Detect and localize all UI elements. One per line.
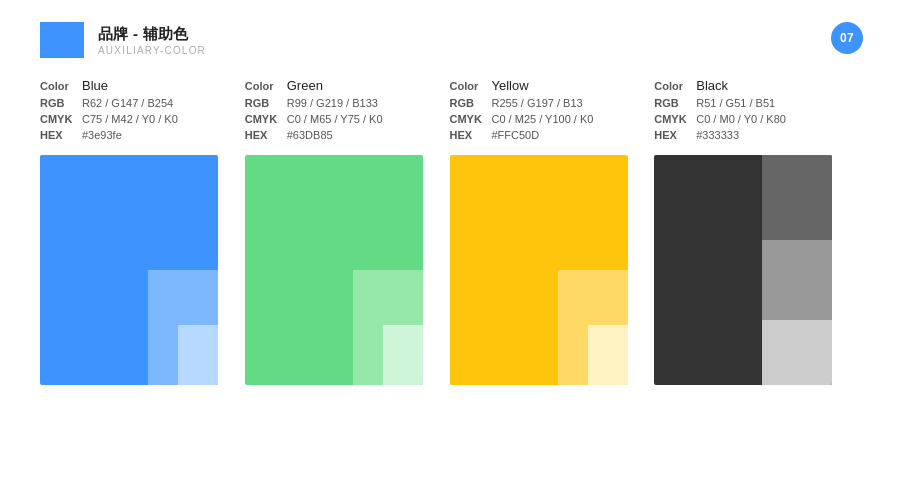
color-column-blue: Color Blue RGB R62 / G147 / B254 CMYK C7…	[40, 78, 245, 385]
swatch-blue-light2	[178, 325, 218, 385]
color-column-black: Color Black RGB R51 / G51 / B51 CMYK C0 …	[654, 78, 859, 385]
color-column-green: Color Green RGB R99 / G219 / B133 CMYK C…	[245, 78, 450, 385]
hex-value-green: #63DB85	[287, 129, 333, 141]
cmyk-label: CMYK	[40, 113, 82, 125]
swatch-green-light2	[383, 325, 423, 385]
color-info-green: Color Green RGB R99 / G219 / B133 CMYK C…	[245, 78, 430, 141]
color-column-yellow: Color Yellow RGB R255 / G197 / B13 CMYK …	[450, 78, 655, 385]
color-name-green: Green	[287, 78, 323, 93]
rgb-label: RGB	[40, 97, 82, 109]
swatch-green	[245, 155, 423, 385]
swatch-yellow-light2	[588, 325, 628, 385]
cmyk-value-green: C0 / M65 / Y75 / K0	[287, 113, 383, 125]
cmyk-value-blue: C75 / M42 / Y0 / K0	[82, 113, 178, 125]
color-info-yellow: Color Yellow RGB R255 / G197 / B13 CMYK …	[450, 78, 635, 141]
rgb-label: RGB	[654, 97, 696, 109]
hex-label: HEX	[40, 129, 82, 141]
header: 品牌 - 辅助色 AUXILIARY-COLOR	[0, 0, 899, 58]
swatch-black	[654, 155, 832, 385]
color-name-yellow: Yellow	[492, 78, 529, 93]
cmyk-label: CMYK	[245, 113, 287, 125]
hex-value-yellow: #FFC50D	[492, 129, 540, 141]
cmyk-label: CMYK	[450, 113, 492, 125]
header-text: 品牌 - 辅助色 AUXILIARY-COLOR	[98, 25, 206, 56]
color-info-blue: Color Blue RGB R62 / G147 / B254 CMYK C7…	[40, 78, 225, 141]
brand-logo	[40, 22, 84, 58]
rgb-value-green: R99 / G219 / B133	[287, 97, 378, 109]
color-label: Color	[245, 80, 287, 92]
swatch-blue	[40, 155, 218, 385]
brand-subtitle: AUXILIARY-COLOR	[98, 45, 206, 56]
rgb-value-yellow: R255 / G197 / B13	[492, 97, 583, 109]
color-name-black: Black	[696, 78, 728, 93]
hex-label: HEX	[245, 129, 287, 141]
color-name-blue: Blue	[82, 78, 108, 93]
rgb-value-blue: R62 / G147 / B254	[82, 97, 173, 109]
brand-title: 品牌 - 辅助色	[98, 25, 206, 44]
color-label: Color	[40, 80, 82, 92]
color-palette-grid: Color Blue RGB R62 / G147 / B254 CMYK C7…	[0, 58, 899, 385]
swatch-yellow	[450, 155, 628, 385]
hex-label: HEX	[654, 129, 696, 141]
hex-value-blue: #3e93fe	[82, 129, 122, 141]
color-info-black: Color Black RGB R51 / G51 / B51 CMYK C0 …	[654, 78, 839, 141]
hex-value-black: #333333	[696, 129, 739, 141]
swatch-black-dark1	[762, 155, 832, 240]
cmyk-value-yellow: C0 / M25 / Y100 / K0	[492, 113, 594, 125]
color-label: Color	[450, 80, 492, 92]
page-badge: 07	[831, 22, 863, 54]
rgb-label: RGB	[450, 97, 492, 109]
color-label: Color	[654, 80, 696, 92]
swatch-black-light	[762, 320, 832, 385]
cmyk-label: CMYK	[654, 113, 696, 125]
rgb-value-black: R51 / G51 / B51	[696, 97, 775, 109]
cmyk-value-black: C0 / M0 / Y0 / K80	[696, 113, 786, 125]
hex-label: HEX	[450, 129, 492, 141]
swatch-black-mid	[762, 240, 832, 320]
rgb-label: RGB	[245, 97, 287, 109]
